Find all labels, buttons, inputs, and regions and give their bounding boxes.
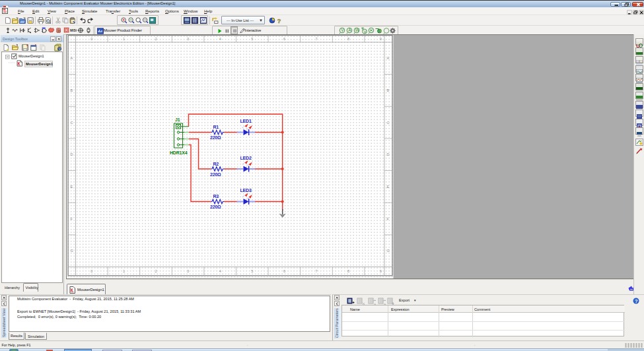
svg-text:5: 5 <box>251 269 253 273</box>
svg-text:2: 2 <box>155 269 157 273</box>
svg-text:6: 6 <box>283 269 285 273</box>
svg-text:MISC: MISC <box>70 29 77 32</box>
svg-text:9: 9 <box>380 269 382 273</box>
svg-text:HDR1X4: HDR1X4 <box>170 150 188 155</box>
svg-text:A: A <box>387 56 390 60</box>
svg-text:D: D <box>387 152 390 156</box>
svg-text:0: 0 <box>90 269 92 273</box>
svg-text:LED1: LED1 <box>240 119 252 123</box>
svg-text:0: 0 <box>90 37 92 41</box>
svg-text:V: V <box>341 28 344 32</box>
svg-text:?: ? <box>277 16 281 24</box>
svg-text:7: 7 <box>316 37 318 41</box>
svg-text:J1: J1 <box>175 117 180 122</box>
svg-text:R3: R3 <box>213 194 219 199</box>
svg-text:220Ω: 220Ω <box>210 172 221 177</box>
svg-text:E: E <box>387 185 390 189</box>
svg-text:01: 01 <box>57 30 61 33</box>
svg-text:8: 8 <box>347 269 349 273</box>
svg-text:B: B <box>71 88 73 92</box>
svg-text:D: D <box>71 152 73 156</box>
svg-text:220Ω: 220Ω <box>210 135 221 140</box>
svg-text:220Ω: 220Ω <box>210 205 221 209</box>
svg-text:3: 3 <box>187 37 189 41</box>
svg-text:8: 8 <box>347 37 349 41</box>
svg-text:4: 4 <box>219 37 221 41</box>
svg-text:C: C <box>71 121 73 125</box>
svg-text:LED3: LED3 <box>240 188 252 193</box>
svg-text:W: W <box>355 28 360 32</box>
svg-text:V: V <box>59 48 61 51</box>
svg-text:4: 4 <box>219 269 221 273</box>
svg-text:G: G <box>71 249 73 253</box>
svg-text:R2: R2 <box>213 162 219 166</box>
svg-text:3: 3 <box>187 269 189 273</box>
svg-text:E: E <box>71 185 73 189</box>
svg-text:5: 5 <box>251 37 253 41</box>
svg-text:A: A <box>71 56 73 60</box>
svg-text:R1: R1 <box>213 125 219 129</box>
svg-text:G: G <box>387 249 390 253</box>
svg-text:1: 1 <box>123 37 125 41</box>
svg-text:1: 1 <box>123 269 125 273</box>
svg-text:C: C <box>387 121 390 125</box>
svg-text:7: 7 <box>316 269 318 273</box>
svg-text:9: 9 <box>380 37 382 41</box>
svg-text:O: O <box>378 29 382 33</box>
svg-text:A: A <box>348 28 351 32</box>
svg-text:2: 2 <box>155 37 157 41</box>
svg-text:?: ? <box>635 298 638 304</box>
svg-text:LED2: LED2 <box>240 156 252 160</box>
svg-text:6: 6 <box>283 37 285 41</box>
svg-text:V: V <box>363 29 366 33</box>
svg-text:B: B <box>387 88 390 92</box>
